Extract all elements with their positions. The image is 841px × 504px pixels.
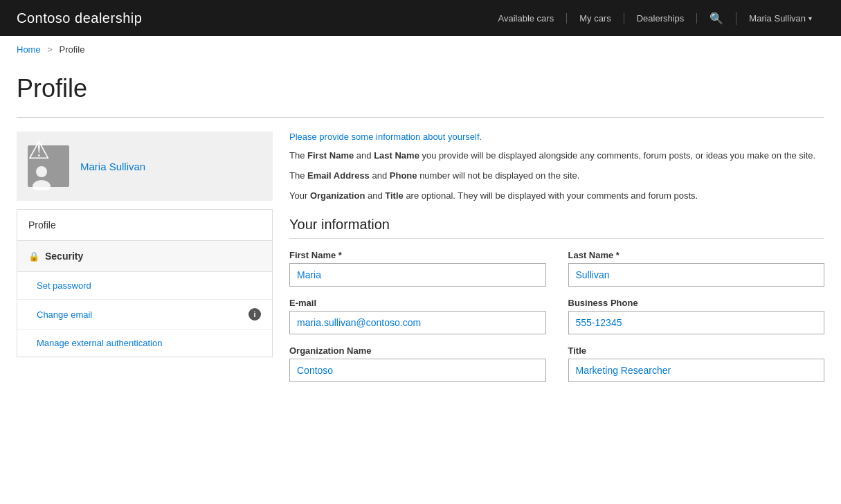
bold-org: Organization xyxy=(310,190,365,201)
sidebar-security-label: Security xyxy=(45,251,83,262)
profile-content: Please provide some information about yo… xyxy=(289,132,824,382)
title-group: Title xyxy=(568,345,825,382)
first-name-label: First Name * xyxy=(289,250,546,260)
user-menu[interactable]: Maria Sullivan ▾ xyxy=(736,13,824,24)
nav-available-cars[interactable]: Available cars xyxy=(485,13,567,24)
chevron-down-icon: ▾ xyxy=(808,15,812,22)
svg-point-0 xyxy=(36,166,47,177)
desc-org: Your Organization and Title are optional… xyxy=(289,189,824,204)
user-card: ⚠ Maria Sullivan xyxy=(17,132,273,201)
phone-input[interactable] xyxy=(568,311,825,334)
user-name-label: Maria Sullivan xyxy=(749,13,806,24)
nav-dealerships[interactable]: Dealerships xyxy=(624,13,698,24)
email-group: E-mail xyxy=(289,298,546,334)
bold-phone: Phone xyxy=(390,170,417,181)
sidebar-navigation: Profile 🔒 Security Set password Change e… xyxy=(17,209,273,357)
org-label: Organization Name xyxy=(289,345,546,356)
svg-point-1 xyxy=(33,180,51,190)
first-name-group: First Name * xyxy=(289,250,546,287)
breadcrumb: Home > Profile xyxy=(0,36,841,63)
breadcrumb-separator: > xyxy=(47,44,53,55)
profile-form: First Name * Last Name * E-mail Business… xyxy=(289,250,824,382)
your-info-section-title: Your information xyxy=(289,217,824,239)
sidebar-item-manage-external-auth[interactable]: Manage external authentication xyxy=(17,330,272,357)
bold-last-name: Last Name xyxy=(374,150,419,161)
search-button[interactable]: 🔍 xyxy=(697,12,736,25)
breadcrumb-home[interactable]: Home xyxy=(17,44,41,55)
change-email-label: Change email xyxy=(37,309,92,320)
last-name-input[interactable] xyxy=(568,263,825,287)
bold-email: Email Address xyxy=(307,170,370,181)
sidebar-profile-label: Profile xyxy=(28,219,56,231)
nav-my-cars[interactable]: My cars xyxy=(567,13,624,24)
email-input[interactable] xyxy=(289,311,546,334)
page-title: Profile xyxy=(0,63,841,117)
user-avatar-icon: ⚠ xyxy=(28,138,69,195)
desc-names: The First Name and Last Name you provide… xyxy=(289,149,824,163)
phone-label: Business Phone xyxy=(568,298,825,308)
info-intro: Please provide some information about yo… xyxy=(289,132,824,142)
org-group: Organization Name xyxy=(289,345,546,382)
search-icon: 🔍 xyxy=(709,12,723,24)
last-name-label: Last Name * xyxy=(568,250,825,260)
sidebar-item-profile[interactable]: Profile xyxy=(17,210,272,241)
title-label: Title xyxy=(568,345,825,356)
breadcrumb-current: Profile xyxy=(60,44,85,55)
title-input[interactable] xyxy=(568,359,825,382)
desc-email: The Email Address and Phone number will … xyxy=(289,169,824,183)
set-password-label: Set password xyxy=(37,280,91,291)
bold-first-name: First Name xyxy=(307,150,354,161)
sidebar: ⚠ Maria Sullivan Profile 🔒 Security xyxy=(17,132,273,382)
avatar: ⚠ xyxy=(28,145,69,187)
sidebar-user-name: Maria Sullivan xyxy=(80,161,145,172)
manage-external-auth-label: Manage external authentication xyxy=(37,338,162,348)
sidebar-item-set-password[interactable]: Set password xyxy=(17,272,272,300)
first-name-input[interactable] xyxy=(289,263,546,287)
last-name-group: Last Name * xyxy=(568,250,825,287)
lock-icon: 🔒 xyxy=(28,251,39,262)
org-input[interactable] xyxy=(289,359,546,382)
main-nav: Available cars My cars Dealerships 🔍 Mar… xyxy=(485,12,824,25)
sidebar-item-change-email[interactable]: Change email i xyxy=(17,300,272,330)
main-layout: ⚠ Maria Sullivan Profile 🔒 Security xyxy=(0,118,841,396)
phone-group: Business Phone xyxy=(568,298,825,334)
info-icon: i xyxy=(248,308,261,321)
sidebar-section-security: 🔒 Security xyxy=(17,241,272,272)
bold-title: Title xyxy=(385,190,404,201)
email-label: E-mail xyxy=(289,298,546,308)
site-header: Contoso dealership Available cars My car… xyxy=(0,0,841,36)
brand-logo: Contoso dealership xyxy=(17,10,485,26)
